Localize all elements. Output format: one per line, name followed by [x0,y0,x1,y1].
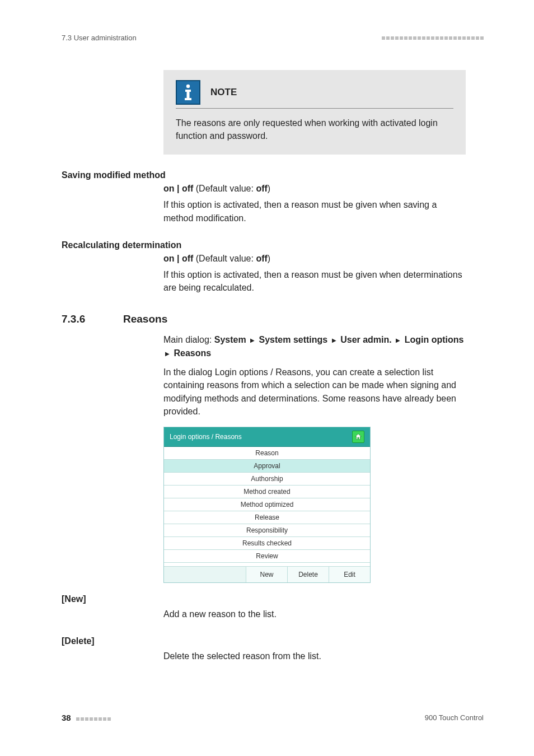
edit-button[interactable]: Edit [329,567,370,582]
nav-path: Main dialog: System ▶ System settings ▶ … [163,333,466,360]
svg-rect-3 [185,98,191,100]
page-number: 38 [62,713,71,722]
footer-decoration [76,717,111,721]
list-item[interactable]: Release [164,511,370,524]
saving-body: If this option is activated, then a reas… [163,198,466,224]
list-item[interactable]: Review [164,550,370,563]
list-item[interactable]: Authorship [164,473,370,486]
section-intro: In the dialog Login options / Reasons, y… [163,366,466,418]
delete-button[interactable]: Delete [287,567,329,582]
reasons-dialog: Login options / Reasons Reason Approval … [163,427,371,583]
dialog-title: Login options / Reasons [170,433,242,441]
recalc-heading: Recalculating determination [62,240,484,250]
delete-def-heading: [Delete] [62,636,484,646]
saving-values: on | off (Default value: off) [163,184,466,194]
home-icon[interactable] [352,431,364,443]
new-def-body: Add a new reason to the list. [163,608,466,620]
list-item[interactable]: Method created [164,486,370,498]
note-text: The reasons are only requested when work… [176,116,453,142]
note-block: NOTE The reasons are only requested when… [163,70,466,155]
header-decoration [382,36,484,40]
list-item[interactable]: Approval [164,460,370,473]
saving-heading: Saving modified method [62,170,484,180]
recalc-values: on | off (Default value: off) [163,254,466,264]
new-def-heading: [New] [62,594,484,604]
footer-product: 900 Touch Control [425,713,484,722]
svg-point-0 [186,85,190,88]
recalc-body: If this option is activated, then a reas… [163,268,466,294]
list-item[interactable]: Results checked [164,537,370,550]
section-title: Reasons [123,313,167,325]
delete-def-body: Delete the selected reason from the list… [163,650,466,662]
info-icon [176,80,200,105]
header-breadcrumb: 7.3 User administration [62,34,137,42]
section-number: 7.3.6 [62,313,123,325]
footer-left: 38 [62,713,111,722]
new-button[interactable]: New [246,567,287,582]
note-title: NOTE [210,87,237,98]
column-header: Reason [164,447,370,460]
svg-rect-2 [187,90,190,99]
list-item[interactable]: Method optimized [164,498,370,511]
list-item[interactable]: Responsibility [164,524,370,537]
